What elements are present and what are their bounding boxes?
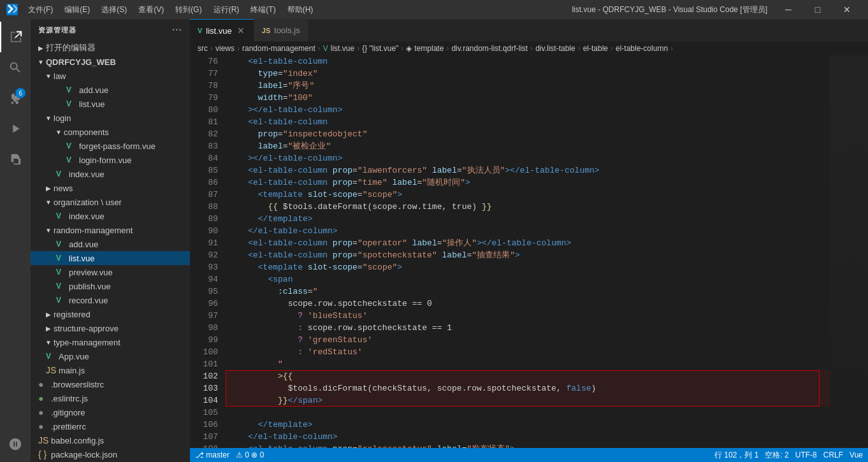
sidebar-item-browserslistrc[interactable]: ● .browserslistrc [31,377,190,391]
code-line[interactable]: label="序号" [226,80,830,92]
code-line[interactable]: }}</span> [226,394,830,407]
menu-view[interactable]: 查看(V) [133,3,169,17]
breadcrumb-listvue[interactable]: list.vue [331,44,354,53]
sidebar-item-rand-add[interactable]: V add.vue [31,237,190,251]
sidebar-item-forget-pass[interactable]: V forget-pass-form.vue [31,139,190,153]
minimize-button[interactable]: ─ [774,0,803,19]
code-line[interactable]: <template slot-scope="scope"> [226,261,830,273]
sidebar-item-open-editors[interactable]: ▶ 打开的编辑器 [31,41,190,55]
activity-explorer[interactable] [0,22,31,52]
line-ending[interactable]: CRLF [823,451,843,459]
breadcrumb-template[interactable]: template [414,44,444,53]
sidebar-item-rand-list[interactable]: V list.vue [31,251,190,265]
code-line[interactable]: <el-table-column [226,116,830,128]
menu-goto[interactable]: 转到(G) [170,3,206,17]
code-line[interactable]: </el-table-column> [226,225,830,237]
sidebar-item-app-vue[interactable]: V App.vue [31,349,190,363]
code-line[interactable]: :class=" [226,285,830,298]
breadcrumb-el-table[interactable]: el-table [583,44,608,53]
sidebar-item-law[interactable]: ▼ law [31,69,190,83]
sidebar-item-project-root[interactable]: ▼ QDRFCYJG_WEB [31,55,190,69]
code-line[interactable]: label="被检企业" [226,140,830,152]
code-line[interactable]: $tools.dicFormat(checkStatus, scope.row.… [226,382,830,394]
breadcrumb-listobj[interactable]: {} "list.vue" [362,44,398,53]
code-line[interactable]: ></el-table-column> [226,152,830,164]
code-line[interactable]: : scope.row.spotcheckstate == 1 [226,322,830,334]
code-line[interactable]: ></el-table-column> [226,104,830,116]
cursor-position[interactable]: 行 102，列 1 [714,450,758,461]
breadcrumb-div-random[interactable]: div.random-list.qdrf-list [451,44,528,53]
sidebar-item-registered[interactable]: ▶ registered [31,307,190,321]
code-line[interactable]: </template> [226,213,830,225]
sidebar-item-gitignore[interactable]: ● .gitignore [31,405,190,419]
code-line[interactable] [226,407,830,419]
breadcrumb-src[interactable]: src [198,44,208,53]
language-mode[interactable]: Vue [850,451,863,459]
breadcrumb-random[interactable]: random-management [242,44,315,53]
sidebar-item-record[interactable]: V record.vue [31,293,190,307]
menu-select[interactable]: 选择(S) [96,3,132,17]
sidebar-item-law-add[interactable]: V add.vue [31,83,190,97]
code-line[interactable]: <span [226,273,830,285]
maximize-button[interactable]: □ [803,0,832,19]
spaces[interactable]: 空格: 2 [765,450,788,461]
activity-extensions[interactable] [0,144,31,175]
code-line[interactable]: prop="inspectedobject" [226,128,830,140]
encoding[interactable]: UTF-8 [795,451,817,459]
code-line[interactable]: " [226,358,830,370]
breadcrumb-el-table-col[interactable]: el-table-column [616,44,668,53]
git-branch[interactable]: ⎇ master [195,451,229,459]
code-line[interactable]: <el-table-column prop="lawenforcers" lab… [226,164,830,177]
code-editor[interactable]: 7677787980818283848586878889909192939495… [190,55,868,448]
tab-tools-js[interactable]: JS tools.js [254,19,308,41]
sidebar-more-button[interactable]: ··· [172,24,182,36]
code-line[interactable]: </el-table-column> [226,431,830,443]
code-line[interactable]: </template> [226,419,830,431]
sidebar-item-random-management[interactable]: ▼ random-management [31,223,190,237]
activity-search[interactable] [0,52,31,83]
menu-terminal[interactable]: 终端(T) [245,3,280,17]
menu-file[interactable]: 文件(F) [23,3,58,17]
code-line[interactable]: >{{ [226,370,830,382]
errors-warnings[interactable]: ⚠ 0 ⊗ 0 [236,451,264,459]
breadcrumb-div-list-table[interactable]: div.list-table [535,44,575,53]
menu-edit[interactable]: 编辑(E) [59,3,95,17]
sidebar-item-publish[interactable]: V publish.vue [31,279,190,293]
code-line[interactable]: type="index" [226,68,830,80]
sidebar-item-login[interactable]: ▼ login [31,111,190,125]
sidebar-item-prettierrc[interactable]: ● .prettierrc [31,419,190,433]
code-line[interactable]: <el-table-column prop="spotcheckstate" l… [226,249,830,261]
code-line[interactable]: <el-table-column prop="operator" label="… [226,237,830,249]
sidebar-item-org-index[interactable]: V index.vue [31,209,190,223]
sidebar-item-preview[interactable]: V preview.vue [31,265,190,279]
sidebar-item-law-list[interactable]: V list.vue [31,97,190,111]
sidebar-item-organization-user[interactable]: ▼ organization \ user [31,195,190,209]
code-line[interactable]: <template slot-scope="scope"> [226,189,830,201]
code-line[interactable]: width="100" [226,92,830,104]
code-line[interactable]: <el-table-column prop="releasestatus" la… [226,443,830,448]
code-line[interactable]: ? 'blueStatus' [226,310,830,322]
activity-source-control[interactable]: 6 [0,83,31,113]
code-line[interactable]: scope.row.spotcheckstate == 0 [226,298,830,310]
code-line[interactable]: <el-table-column [226,55,830,68]
sidebar-tree[interactable]: ▶ 打开的编辑器 ▼ QDRFCYJG_WEB ▼ law V add.vue … [31,41,190,462]
sidebar-item-login-index[interactable]: V index.vue [31,167,190,181]
close-button[interactable]: ✕ [832,0,862,19]
sidebar-item-package-lock[interactable]: { } package-lock.json [31,447,190,461]
sidebar-item-news[interactable]: ▶ news [31,181,190,195]
code-line[interactable]: ? 'greenStatus' [226,334,830,346]
breadcrumb-views[interactable]: views [215,44,235,53]
code-line[interactable]: <el-table-column prop="time" label="随机时间… [226,177,830,189]
sidebar-item-main-js[interactable]: JS main.js [31,363,190,377]
sidebar-item-components[interactable]: ▼ components [31,125,190,139]
sidebar-item-eslintrc[interactable]: ● .eslintrc.js [31,391,190,405]
menu-run[interactable]: 运行(R) [208,3,245,17]
sidebar-item-structure-approve[interactable]: ▶ structure-approve [31,321,190,335]
sidebar-item-babel[interactable]: JS babel.config.js [31,433,190,447]
activity-run[interactable] [0,113,31,144]
tab-list-vue-close[interactable]: ✕ [236,25,246,36]
sidebar-item-type-management[interactable]: ▼ type-management [31,335,190,349]
activity-remote[interactable] [0,429,31,459]
sidebar-item-login-form[interactable]: V login-form.vue [31,153,190,167]
menu-help[interactable]: 帮助(H) [282,3,319,17]
